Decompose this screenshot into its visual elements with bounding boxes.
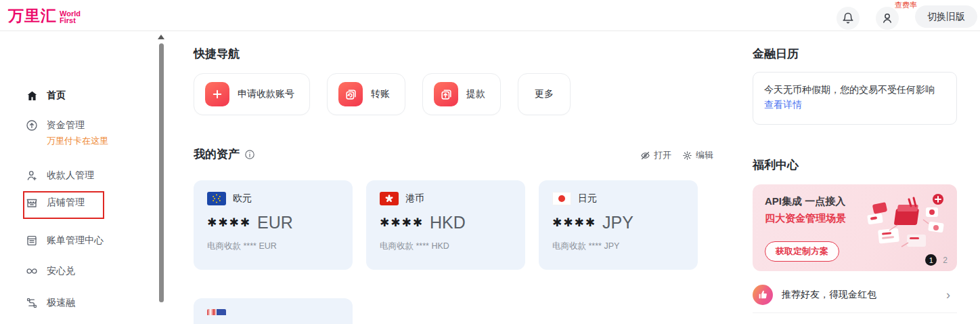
my-assets-title: 我的资产 bbox=[194, 146, 240, 162]
asset-card-partial[interactable] bbox=[194, 298, 353, 324]
sidebar-item-fast-financing[interactable]: 极速融 bbox=[26, 294, 75, 312]
sidebar-item-home[interactable]: 首页 bbox=[26, 87, 66, 104]
sidebar-item-billing[interactable]: 账单管理中心 bbox=[26, 232, 104, 249]
fee-rate-link[interactable]: 查费率 bbox=[895, 0, 917, 10]
plus-icon bbox=[205, 82, 229, 106]
currency-code: EUR bbox=[257, 213, 293, 232]
striped-flag-partial bbox=[207, 309, 226, 315]
more-button[interactable]: 更多 bbox=[518, 73, 571, 115]
financial-calendar-title: 金融日历 bbox=[753, 46, 799, 62]
asset-card-hkd[interactable]: 港币 ✱✱✱✱ HKD 电商收款 **** HKD bbox=[366, 180, 525, 270]
masked-balance: ✱✱✱✱ bbox=[552, 216, 596, 230]
banner-line2: 四大资金管理场景 bbox=[765, 212, 945, 225]
top-header: 万里汇 World First 查费率 切换旧版 bbox=[0, 0, 980, 31]
funds-arrow-up-icon bbox=[26, 119, 38, 131]
masked-balance: ✱✱✱✱ bbox=[207, 216, 251, 230]
payee-person-icon bbox=[26, 169, 38, 182]
asset-card-jpy[interactable]: 日元 ✱✱✱✱ JPY 电商收款 **** JPY bbox=[539, 180, 698, 270]
ecommerce-balance: 电商收款 **** EUR bbox=[207, 241, 339, 252]
sidebar-scrollbar[interactable] bbox=[159, 43, 164, 302]
scrollbar-up-arrow[interactable] bbox=[158, 35, 164, 39]
banner-line1: API集成 一点接入 bbox=[765, 195, 945, 208]
transfer-icon bbox=[338, 82, 363, 106]
quick-nav-row: 申请收款账号 转账 提款 更多 bbox=[194, 73, 571, 115]
user-icon bbox=[881, 12, 893, 24]
withdraw-button[interactable]: 提款 bbox=[422, 73, 501, 115]
fast-financing-icon bbox=[26, 297, 38, 309]
exchange-infinity-icon bbox=[26, 265, 38, 277]
logo-text-cn: 万里汇 bbox=[8, 5, 57, 26]
bell-icon bbox=[842, 12, 854, 24]
storefront-icon bbox=[26, 197, 38, 209]
financial-calendar-card: 今天无币种假期，您的交易不受任何影响 查看详情 bbox=[753, 72, 957, 125]
jp-flag bbox=[552, 192, 571, 205]
worldfirst-logo[interactable]: 万里汇 World First bbox=[8, 5, 81, 26]
sidebar-item-payees[interactable]: 收款人管理 bbox=[26, 167, 94, 184]
currency-code: JPY bbox=[602, 213, 633, 232]
transfer-button[interactable]: 转账 bbox=[327, 73, 405, 115]
benefits-center-title: 福利中心 bbox=[753, 157, 799, 173]
toggle-balance-visibility[interactable]: 打开 bbox=[640, 149, 671, 161]
referral-row[interactable]: 推荐好友，得现金红包 › bbox=[753, 277, 957, 313]
eu-flag bbox=[207, 192, 226, 205]
bill-list-icon bbox=[26, 235, 38, 247]
apply-receiving-account-button[interactable]: 申请收款账号 bbox=[194, 73, 310, 115]
gear-icon bbox=[682, 150, 692, 161]
notifications-button[interactable] bbox=[837, 7, 860, 30]
eye-off-icon bbox=[640, 150, 650, 161]
banner-pagination: 1 2 bbox=[925, 254, 948, 266]
edit-assets[interactable]: 编辑 bbox=[682, 149, 713, 161]
ecommerce-balance: 电商收款 **** JPY bbox=[552, 241, 684, 252]
currency-code: HKD bbox=[430, 213, 466, 232]
withdraw-icon bbox=[434, 82, 458, 106]
info-circle-icon[interactable] bbox=[244, 149, 255, 160]
asset-cards-row: 欧元 ✱✱✱✱ EUR 电商收款 **** EUR 港币 ✱✱✱✱ HKD 电商… bbox=[194, 180, 698, 270]
quick-nav-title: 快捷导航 bbox=[194, 46, 240, 62]
sidebar-sub-worldfirst-card[interactable]: 万里付卡在这里 bbox=[47, 135, 108, 147]
hk-flag bbox=[380, 192, 399, 205]
api-integration-banner[interactable]: API集成 一点接入 四大资金管理场景 获取定制方案 1 2 bbox=[753, 184, 957, 271]
page-dot-next[interactable]: 2 bbox=[943, 256, 948, 265]
assets-actions: 打开 编辑 bbox=[640, 149, 713, 161]
view-details-link[interactable]: 查看详情 bbox=[764, 99, 945, 111]
thumb-up-icon bbox=[753, 285, 773, 305]
chevron-right-icon: › bbox=[946, 289, 957, 301]
sidebar-nav: 首页 资金管理 万里付卡在这里 收款人管理 店铺管理 账单管理中心 bbox=[0, 31, 175, 324]
switch-old-version-button[interactable]: 切换旧版 bbox=[915, 5, 977, 28]
ecommerce-balance: 电商收款 **** HKD bbox=[380, 241, 512, 252]
calendar-message: 今天无币种假期，您的交易不受任何影响 bbox=[764, 83, 945, 96]
page-dot-current[interactable]: 1 bbox=[925, 254, 937, 266]
sidebar-item-funds[interactable]: 资金管理 bbox=[26, 117, 85, 134]
referral-label: 推荐好友，得现金红包 bbox=[782, 289, 937, 301]
my-assets-title-row: 我的资产 bbox=[194, 146, 255, 162]
home-icon bbox=[26, 89, 38, 102]
logo-text-en: World First bbox=[60, 10, 81, 24]
account-button[interactable] bbox=[876, 7, 899, 30]
masked-balance: ✱✱✱✱ bbox=[380, 216, 424, 230]
get-custom-plan-button[interactable]: 获取定制方案 bbox=[765, 241, 839, 262]
worldfirst-dashboard: 万里汇 World First 查费率 切换旧版 首页 bbox=[0, 0, 980, 324]
asset-card-eur[interactable]: 欧元 ✱✱✱✱ EUR 电商收款 **** EUR bbox=[194, 180, 353, 270]
sidebar-item-stores[interactable]: 店铺管理 bbox=[26, 194, 85, 211]
sidebar-item-safe-exchange[interactable]: 安心兑 bbox=[26, 262, 75, 280]
